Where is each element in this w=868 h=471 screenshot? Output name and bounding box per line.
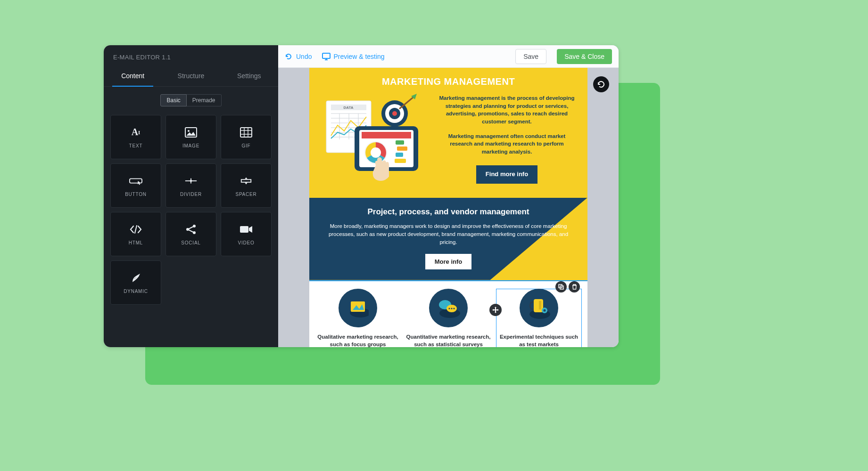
svg-line-17 — [189, 230, 193, 232]
card-quantitative[interactable]: Quantitative marketing research, such as… — [405, 289, 491, 347]
social-icon — [184, 223, 198, 236]
picture-circle-icon — [339, 289, 377, 327]
project-section[interactable]: Project, process, and vendor management … — [309, 198, 587, 280]
editor-canvas[interactable]: MARKETING MANAGEMENT DATA — [278, 68, 619, 347]
svg-text:DATA: DATA — [343, 106, 353, 110]
image-icon — [184, 126, 198, 138]
undo-icon — [285, 53, 292, 60]
section2-body: More broadly, marketing managers work to… — [322, 222, 574, 247]
preview-button[interactable]: Preview & testing — [322, 53, 384, 60]
svg-point-1 — [188, 130, 190, 132]
block-dynamic[interactable]: DYNAMIC — [110, 260, 161, 305]
svg-point-47 — [371, 147, 381, 158]
svg-rect-41 — [362, 132, 411, 138]
app-window: E-MAIL EDITOR 1.1 Content Structure Sett… — [104, 45, 619, 347]
button-icon — [129, 175, 142, 187]
svg-rect-42 — [396, 140, 404, 145]
card-experimental[interactable]: Experimental techniques such as test mar… — [496, 289, 582, 347]
svg-point-37 — [392, 111, 397, 116]
duplicate-button[interactable] — [555, 281, 567, 292]
move-handle[interactable] — [489, 304, 502, 316]
svg-rect-60 — [534, 299, 543, 312]
svg-point-55 — [451, 308, 452, 309]
block-text[interactable]: AI TEXT — [110, 115, 161, 159]
dynamic-icon — [129, 272, 142, 284]
toolbar: Undo Preview & testing Save Save & Close — [278, 45, 619, 68]
block-video[interactable]: VIDEO — [221, 212, 272, 256]
subtabs: Basic Premade — [104, 87, 278, 112]
divider-icon — [184, 175, 198, 187]
svg-rect-61 — [539, 301, 541, 309]
block-social[interactable]: SOCIAL — [165, 212, 216, 256]
svg-rect-45 — [395, 159, 406, 163]
block-html[interactable]: HTML — [110, 212, 161, 256]
main-area: Undo Preview & testing Save Save & Close — [278, 45, 619, 347]
block-image[interactable]: IMAGE — [165, 115, 216, 159]
sidebar: E-MAIL EDITOR 1.1 Content Structure Sett… — [104, 45, 278, 347]
svg-rect-2 — [240, 128, 252, 137]
video-icon — [240, 223, 253, 236]
email-preview: MARKETING MANAGEMENT DATA — [309, 68, 587, 347]
hero-copy: Marketing management is the process of d… — [438, 94, 575, 184]
card-qualitative[interactable]: Qualitative marketing research, such as … — [315, 289, 401, 347]
block-spacer[interactable]: SPACER — [221, 163, 272, 208]
svg-point-63 — [543, 309, 546, 311]
html-icon — [129, 223, 142, 236]
device-circle-icon — [520, 289, 558, 327]
hero-illustration: DATA — [322, 92, 430, 182]
delete-button[interactable] — [569, 281, 580, 292]
history-button[interactable] — [593, 76, 609, 92]
block-button[interactable]: BUTTON — [110, 163, 161, 208]
block-divider[interactable]: DIVIDER — [165, 163, 216, 208]
tab-content[interactable]: Content — [104, 66, 162, 86]
more-info-button[interactable]: More info — [425, 254, 472, 269]
svg-rect-43 — [397, 146, 407, 151]
monitor-icon — [322, 53, 330, 60]
find-more-info-button[interactable]: Find more info — [476, 165, 537, 184]
section2-title: Project, process, and vendor management — [322, 207, 574, 217]
cards-row[interactable]: Qualitative marketing research, such as … — [309, 280, 587, 347]
text-icon: AI — [129, 126, 142, 138]
subtab-premade[interactable]: Premade — [187, 94, 222, 106]
hero-section[interactable]: MARKETING MANAGEMENT DATA — [309, 68, 587, 198]
svg-line-12 — [135, 226, 137, 233]
undo-button[interactable]: Undo — [285, 53, 312, 60]
svg-rect-11 — [241, 179, 251, 182]
sidebar-tabs: Content Structure Settings — [104, 66, 278, 87]
app-title: E-MAIL EDITOR 1.1 — [104, 45, 278, 66]
svg-point-48 — [377, 157, 382, 162]
selection-controls — [555, 281, 580, 292]
svg-rect-19 — [322, 53, 330, 58]
tab-structure[interactable]: Structure — [162, 66, 220, 86]
gif-icon — [240, 126, 253, 138]
svg-rect-44 — [396, 153, 403, 157]
svg-point-10 — [190, 179, 192, 182]
chat-circle-icon — [429, 289, 468, 327]
svg-point-56 — [453, 308, 455, 309]
svg-line-16 — [189, 227, 193, 229]
spacer-icon — [240, 175, 253, 187]
svg-rect-7 — [130, 179, 142, 183]
hero-title: MARKETING MANAGEMENT — [309, 76, 587, 87]
save-close-button[interactable]: Save & Close — [557, 49, 612, 64]
svg-rect-18 — [240, 226, 248, 233]
subtab-basic[interactable]: Basic — [160, 94, 186, 106]
tab-settings[interactable]: Settings — [220, 66, 278, 86]
save-button[interactable]: Save — [515, 49, 546, 64]
block-grid: AI TEXT IMAGE GIF — [104, 112, 278, 308]
svg-point-54 — [448, 308, 450, 309]
block-gif[interactable]: GIF — [221, 115, 272, 159]
